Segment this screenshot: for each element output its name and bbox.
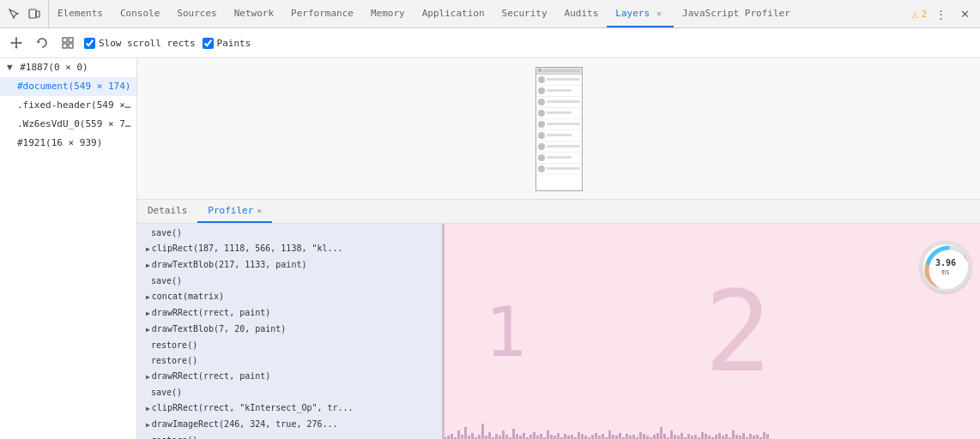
cmd-restore-3[interactable]: restore() xyxy=(137,433,442,439)
profiler-tab-details[interactable]: Details xyxy=(137,200,197,223)
timeline-bar xyxy=(457,430,460,439)
tab-audits[interactable]: Audits xyxy=(556,0,608,27)
close-devtools-btn[interactable]: ✕ xyxy=(954,3,975,24)
slow-scroll-rects-label[interactable]: Slow scroll rects xyxy=(84,38,196,49)
warning-badge: ⚠ 2 xyxy=(912,8,927,21)
slow-scroll-rects-checkbox[interactable] xyxy=(84,38,95,49)
preview-text-8 xyxy=(547,156,572,159)
cmd-save-3[interactable]: save() xyxy=(137,385,442,400)
layer-item-wz6es[interactable]: .Wz6esVdU_0(559 × 7...) xyxy=(0,115,136,134)
layer-tree-panel: ▼ #1887(0 × 0) #document(549 × 174) .fix… xyxy=(0,58,137,439)
tab-layers-close[interactable]: ✕ xyxy=(653,7,665,19)
layer-item-1921[interactable]: #1921(16 × 939) xyxy=(0,134,136,153)
inspect-element-btn[interactable] xyxy=(3,3,24,24)
timeline-bar xyxy=(591,435,594,439)
cmd-save-1[interactable]: save() xyxy=(137,226,442,241)
main-content: ▼ #1887(0 × 0) #document(549 × 174) .fix… xyxy=(0,58,980,439)
preview-text-6 xyxy=(547,134,572,136)
cmd-concat[interactable]: ▶concat(matrix) xyxy=(137,289,442,305)
cmd-cliprrect-toggle[interactable]: ▶ xyxy=(146,402,150,416)
timeline-bar xyxy=(536,436,539,439)
timeline-bar xyxy=(691,436,693,439)
layer-item-1887[interactable]: ▼ #1887(0 × 0) xyxy=(0,58,136,77)
tab-network[interactable]: Network xyxy=(226,0,282,27)
select-tool-btn[interactable] xyxy=(58,33,77,52)
cmd-restore-2[interactable]: restore() xyxy=(137,353,442,369)
timeline-bar xyxy=(612,435,614,439)
preview-frame xyxy=(535,67,583,191)
timeline-bar xyxy=(749,434,752,439)
timeline-bar xyxy=(495,434,498,439)
timeline-bar xyxy=(694,435,697,439)
timeline-bar xyxy=(674,435,676,439)
paints-checkbox[interactable] xyxy=(203,38,214,49)
timeline-bar xyxy=(663,434,666,439)
timeline-bar xyxy=(550,435,553,439)
timeline-bar xyxy=(708,436,711,439)
layer-item-fixed-header[interactable]: .fixed-header(549 × 63) xyxy=(0,96,136,115)
device-toggle-btn[interactable] xyxy=(24,3,45,24)
timeline-bar xyxy=(564,434,566,439)
tab-memory[interactable]: Memory xyxy=(362,0,414,27)
timeline-bar xyxy=(670,430,673,439)
cmd-save-2[interactable]: save() xyxy=(137,274,442,289)
layer-preview xyxy=(137,58,980,199)
cmd-drawimagerect-1[interactable]: ▶drawImageRect(246, 324, true, 276... xyxy=(137,417,442,433)
profiler-tab-close[interactable]: ✕ xyxy=(257,206,262,215)
tab-bar: Elements Console Sources Network Perform… xyxy=(49,0,907,27)
tab-elements[interactable]: Elements xyxy=(49,0,112,27)
tab-application[interactable]: Application xyxy=(414,0,493,27)
rotate-tool-btn[interactable] xyxy=(33,33,51,52)
svg-rect-0 xyxy=(29,9,36,18)
cmd-cliprect-toggle[interactable]: ▶ xyxy=(146,243,150,256)
cmd-drawrrect-1[interactable]: ▶drawRRect(rrect, paint) xyxy=(137,305,442,322)
tab-layers[interactable]: Layers ✕ xyxy=(607,0,674,27)
timeline-bar xyxy=(461,435,463,439)
timeline-bar xyxy=(578,432,580,439)
tab-console[interactable]: Console xyxy=(112,0,168,27)
timeline-bar xyxy=(735,435,738,439)
tab-sources[interactable]: Sources xyxy=(168,0,225,27)
timeline-bar xyxy=(705,434,707,439)
preview-avatar-3 xyxy=(538,99,545,105)
cmd-drawtextblob-1[interactable]: ▶drawTextBlob(217, 1133, paint) xyxy=(137,257,442,274)
tab-security[interactable]: Security xyxy=(493,0,556,27)
profiler-section: Details Profiler ✕ save() ▶clipRect(187,… xyxy=(137,199,980,439)
tab-performance[interactable]: Performance xyxy=(282,0,362,27)
timeline-bar xyxy=(732,430,735,439)
preview-avatar-9 xyxy=(538,165,545,172)
timeline-bar xyxy=(681,433,683,439)
cmd-drawtextblob-1-toggle[interactable]: ▶ xyxy=(146,259,150,273)
pan-tool-btn[interactable] xyxy=(7,33,26,52)
cmd-drawtextblob-2[interactable]: ▶drawTextBlob(7, 20, paint) xyxy=(137,322,442,338)
timeline-bar xyxy=(471,433,474,439)
cmd-drawtextblob-2-toggle[interactable]: ▶ xyxy=(146,323,150,337)
timeline-bar xyxy=(742,433,745,439)
preview-dot xyxy=(538,69,541,72)
preview-row-2 xyxy=(536,86,582,97)
cmd-drawrrect-1-toggle[interactable]: ▶ xyxy=(146,307,150,321)
cmd-restore-1[interactable]: restore() xyxy=(137,338,442,353)
tab-js-profiler[interactable]: JavaScript Profiler xyxy=(674,0,799,27)
preview-text-7 xyxy=(547,145,580,147)
preview-avatar-2 xyxy=(538,87,545,94)
layer-toggle-1887[interactable]: ▼ xyxy=(7,60,13,75)
timeline-label-1: 1 xyxy=(485,292,526,371)
cmd-drawimagerect-1-toggle[interactable]: ▶ xyxy=(146,418,150,432)
cmd-drawrrect-2-toggle[interactable]: ▶ xyxy=(146,370,150,384)
preview-avatar-5 xyxy=(538,121,545,128)
svg-rect-10 xyxy=(69,38,73,42)
paints-label[interactable]: Paints xyxy=(203,38,251,49)
svg-marker-6 xyxy=(10,42,13,45)
timeline-bar xyxy=(660,427,662,439)
cmd-concat-toggle[interactable]: ▶ xyxy=(146,291,150,304)
layer-item-document[interactable]: #document(549 × 174) xyxy=(0,77,136,96)
preview-avatar-8 xyxy=(538,154,545,161)
svg-rect-12 xyxy=(69,44,73,48)
timeline-bar xyxy=(715,435,717,439)
cmd-cliprrect[interactable]: ▶clipRRect(rrect, "kIntersect_Op", tr... xyxy=(137,400,442,417)
more-options-btn[interactable]: ⋮ xyxy=(930,3,951,24)
cmd-cliprect[interactable]: ▶clipRect(187, 1118, 566, 1138, "kl... xyxy=(137,241,442,257)
cmd-drawrrect-2[interactable]: ▶drawRRect(rrect, paint) xyxy=(137,369,442,385)
profiler-tab-profiler[interactable]: Profiler ✕ xyxy=(197,200,272,223)
